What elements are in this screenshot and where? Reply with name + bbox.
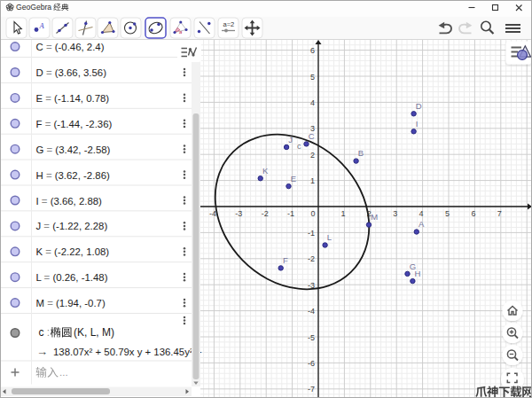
svg-text:M: M — [371, 212, 378, 222]
svg-text:1: 1 — [310, 176, 315, 185]
svg-text:(K, L, M): (K, L, M) — [74, 326, 114, 339]
svg-text:K = (-2.22, 1.08): K = (-2.22, 1.08) — [36, 246, 110, 257]
svg-text:D = (3.66, 3.56): D = (3.66, 3.56) — [36, 67, 107, 78]
svg-text:F = (-1.44, -2.36): F = (-1.44, -2.36) — [36, 119, 113, 129]
svg-text:J: J — [288, 135, 293, 144]
svg-text:-4: -4 — [308, 307, 315, 316]
svg-text:-3: -3 — [235, 209, 242, 218]
svg-text:0: 0 — [310, 209, 315, 218]
svg-text:A: A — [39, 21, 45, 30]
svg-text:G = (3.42, -2.58): G = (3.42, -2.58) — [36, 144, 111, 155]
svg-text:E = (-1.14, 0.78): E = (-1.14, 0.78) — [36, 93, 110, 104]
svg-text:C: C — [309, 131, 315, 141]
svg-text:J = (-1.22, 2.28): J = (-1.22, 2.28) — [36, 221, 108, 231]
svg-text:I: I — [416, 119, 419, 129]
svg-text:-1: -1 — [287, 209, 294, 218]
svg-text:M = (1.94, -0.7): M = (1.94, -0.7) — [36, 298, 106, 308]
svg-text:4: 4 — [419, 209, 424, 218]
svg-text:6: 6 — [310, 46, 315, 55]
svg-text:B: B — [358, 148, 364, 158]
svg-text:c: c — [297, 141, 301, 151]
svg-text:C = (-0.46, 2.4): C = (-0.46, 2.4) — [36, 42, 105, 52]
svg-text:...: ... — [59, 367, 68, 378]
svg-text:-7: -7 — [308, 385, 315, 394]
svg-text:c :: c : — [39, 326, 51, 339]
svg-text:-6: -6 — [308, 359, 315, 368]
svg-text:6: 6 — [471, 209, 475, 218]
svg-text:A: A — [419, 219, 425, 229]
svg-text:5: 5 — [445, 209, 450, 218]
svg-text:L = (0.26, -1.48): L = (0.26, -1.48) — [36, 272, 108, 283]
svg-text:4: 4 — [310, 98, 315, 107]
svg-text:-1: -1 — [308, 229, 315, 238]
svg-text:2: 2 — [310, 151, 315, 160]
svg-text:a=2: a=2 — [223, 20, 235, 28]
svg-text:K: K — [262, 166, 269, 176]
svg-text:1: 1 — [340, 209, 345, 218]
svg-text:GeoGebra: GeoGebra — [16, 3, 51, 12]
svg-text:D: D — [416, 101, 422, 111]
svg-text:-2: -2 — [308, 254, 315, 263]
svg-text:L: L — [327, 232, 332, 242]
svg-text:7: 7 — [497, 209, 502, 218]
svg-text:F: F — [283, 255, 288, 265]
svg-text:I = (3.66, 2.88): I = (3.66, 2.88) — [36, 196, 103, 207]
svg-text:H = (3.62, -2.86): H = (3.62, -2.86) — [36, 170, 110, 181]
svg-text:E: E — [291, 174, 296, 183]
svg-text:-5: -5 — [308, 333, 315, 342]
svg-text:3: 3 — [393, 209, 397, 218]
svg-text:5: 5 — [310, 73, 315, 82]
svg-text:-2: -2 — [262, 209, 269, 218]
svg-text:138.07x² + 50.79x y + 136.45y²: 138.07x² + 50.79x y + 136.45y² + — [53, 347, 202, 357]
svg-text:H: H — [415, 269, 421, 278]
svg-text:→: → — [36, 345, 48, 358]
svg-text:-4: -4 — [209, 209, 216, 218]
